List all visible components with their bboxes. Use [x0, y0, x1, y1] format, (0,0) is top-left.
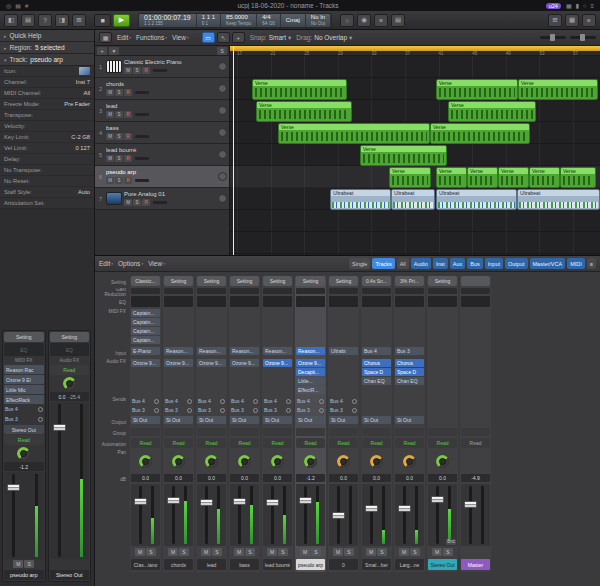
- midi-region[interactable]: Verse: [560, 167, 596, 188]
- track-parameter-row[interactable]: MIDI Channel:All: [0, 88, 94, 99]
- send-knob[interactable]: [352, 399, 357, 404]
- volume-fader[interactable]: [167, 497, 180, 504]
- midi-region[interactable]: Verse: [252, 79, 347, 100]
- mute-button[interactable]: M: [366, 548, 376, 556]
- send-knob[interactable]: [319, 408, 324, 413]
- mixer-filter-bus[interactable]: Bus: [467, 258, 482, 269]
- solo-button[interactable]: S: [179, 548, 189, 556]
- stop-button[interactable]: ■: [94, 14, 111, 27]
- track-header[interactable]: 4bassMSR: [95, 122, 229, 144]
- mute-button[interactable]: M: [201, 548, 211, 556]
- solo-button[interactable]: S: [115, 89, 123, 96]
- send-knob[interactable]: [253, 408, 258, 413]
- channel-setting-button[interactable]: Setting: [263, 276, 292, 286]
- send-slot[interactable]: Bus 3: [164, 406, 193, 414]
- volume-readout[interactable]: 0.0: [131, 474, 160, 482]
- send-knob[interactable]: [154, 399, 159, 404]
- output-slot[interactable]: St Out: [362, 416, 391, 424]
- send-slot[interactable]: Bus 4: [230, 397, 259, 405]
- drum-region[interactable]: Ultrabeat: [330, 189, 391, 210]
- send-slot[interactable]: Bus 3: [263, 406, 292, 414]
- mixer-channel-strip[interactable]: Classic...Captain...Captain...Captain...…: [130, 276, 161, 572]
- track-volume-knob[interactable]: [218, 106, 227, 115]
- channel-setting-button[interactable]: Setting: [197, 276, 226, 286]
- mute-button[interactable]: M: [124, 67, 132, 74]
- group-slot[interactable]: [263, 428, 292, 436]
- eq-thumbnail[interactable]: [131, 296, 160, 307]
- mute-button[interactable]: M: [106, 133, 114, 140]
- eq-thumbnail[interactable]: [230, 296, 259, 307]
- strip-options-icon[interactable]: ≡: [587, 258, 596, 269]
- mixer-view-tracks[interactable]: Tracks: [372, 258, 394, 269]
- horizontal-zoom-slider[interactable]: [540, 36, 566, 39]
- solo-button[interactable]: S: [278, 548, 288, 556]
- inspector-disclosure-row[interactable]: ▸Region:5 selected: [0, 42, 94, 54]
- mixer-channel-strip[interactable]: SettingReason...Ozone 9...Bus 4Bus 3St O…: [229, 276, 260, 572]
- input-slot[interactable]: E-Piano: [131, 347, 160, 355]
- strip-name[interactable]: Stereo Out: [428, 559, 457, 570]
- quick-help-icon[interactable]: ?: [38, 14, 52, 27]
- pan-knob[interactable]: [63, 377, 76, 390]
- volume-fader[interactable]: [398, 505, 411, 512]
- midi-region[interactable]: Verse: [389, 167, 431, 188]
- mixer-filter-audio[interactable]: Audio: [411, 258, 431, 269]
- bar-ruler[interactable]: 1721252933374145495357: [230, 46, 600, 56]
- eq-thumbnail[interactable]: EQ: [50, 343, 90, 356]
- strip-name[interactable]: Smal...ber: [362, 559, 391, 570]
- volume-readout[interactable]: -1.2: [4, 462, 44, 471]
- vertical-zoom-slider[interactable]: [570, 36, 596, 39]
- volume-fader[interactable]: [53, 424, 66, 431]
- track-header[interactable]: 3leadMSR: [95, 100, 229, 122]
- audio-fx-slot[interactable]: Ozone 9...: [230, 359, 259, 367]
- pan-knob[interactable]: [271, 455, 284, 468]
- display-menu-icon[interactable]: ▤: [15, 3, 21, 9]
- track-parameter-row[interactable]: No Reset:: [0, 176, 94, 187]
- volume-fader[interactable]: [431, 496, 444, 503]
- menu-functions[interactable]: Functions▾: [136, 34, 167, 41]
- pan-knob[interactable]: [403, 455, 416, 468]
- mute-button[interactable]: M: [106, 155, 114, 162]
- track-parameter-row[interactable]: Transpose:: [0, 110, 94, 121]
- input-slot[interactable]: Bus 3: [395, 347, 424, 355]
- solo-button[interactable]: S: [133, 199, 141, 206]
- eq-thumbnail[interactable]: [164, 296, 193, 307]
- mixer-filter-output[interactable]: Output: [505, 258, 528, 269]
- volume-readout[interactable]: -4.9: [461, 474, 490, 482]
- mixer-view-single[interactable]: Single: [349, 258, 370, 269]
- automation-mode-button[interactable]: Read: [164, 438, 193, 448]
- audio-fx-slot[interactable]: Ozone 9 El: [4, 375, 44, 384]
- track-parameter-row[interactable]: Key Limit:C-2 G8: [0, 132, 94, 143]
- track-parameter-row[interactable]: Vel Limit:0 127: [0, 143, 94, 154]
- track-volume-knob[interactable]: [218, 62, 227, 71]
- output-slot[interactable]: St Out: [131, 416, 160, 424]
- volume-fader[interactable]: [7, 484, 20, 491]
- solo-button[interactable]: S: [410, 548, 420, 556]
- pan-knob[interactable]: [436, 455, 449, 468]
- inspector-disclosure-row[interactable]: ▾Track:pseudo arp: [0, 54, 94, 66]
- solo-button[interactable]: S: [133, 67, 141, 74]
- mute-button[interactable]: M: [106, 111, 114, 118]
- lcd-display[interactable]: 01:00:00:07.191 1 2 1551 1 16 185.0000Ke…: [138, 13, 332, 28]
- midi-fx-slot[interactable]: Captain...: [131, 318, 160, 326]
- send-knob[interactable]: [352, 408, 357, 413]
- pointer-tool-icon[interactable]: ↖: [217, 32, 230, 43]
- channel-setting-button[interactable]: Setting: [4, 332, 44, 342]
- solo-button[interactable]: S: [115, 155, 123, 162]
- track-volume-knob[interactable]: [218, 172, 227, 181]
- note-pads-icon[interactable]: ▤: [391, 14, 405, 27]
- input-slot[interactable]: Reason...: [197, 347, 226, 355]
- track-header[interactable]: 2chordsMSR: [95, 78, 229, 100]
- audio-fx-slot[interactable]: Chorus: [395, 359, 424, 367]
- group-slot[interactable]: [197, 428, 226, 436]
- spotlight-search-icon[interactable]: ○: [583, 3, 587, 9]
- output-slot[interactable]: St Out: [197, 416, 226, 424]
- solo-button[interactable]: S: [115, 133, 123, 140]
- lcd-segment[interactable]: Cmaj: [281, 14, 306, 27]
- volume-readout[interactable]: 0.0: [164, 474, 193, 482]
- midi-region[interactable]: Verse: [448, 101, 536, 122]
- pan-knob[interactable]: [337, 455, 350, 468]
- volume-fader[interactable]: [464, 501, 477, 508]
- mute-button[interactable]: M: [124, 199, 132, 206]
- autopunch-icon[interactable]: ◉: [357, 14, 371, 27]
- volume-readout[interactable]: -1.2: [296, 474, 325, 482]
